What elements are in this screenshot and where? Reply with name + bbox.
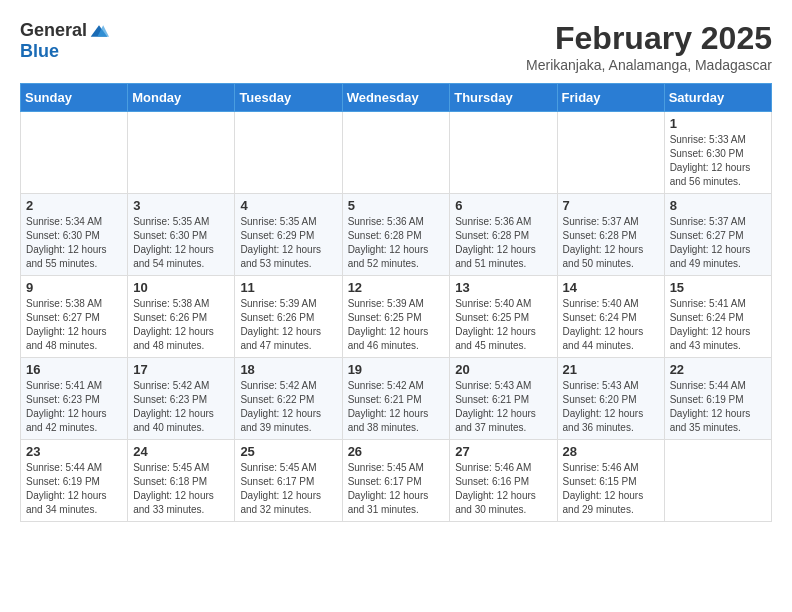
calendar-cell: 15Sunrise: 5:41 AM Sunset: 6:24 PM Dayli… (664, 276, 771, 358)
calendar-cell: 21Sunrise: 5:43 AM Sunset: 6:20 PM Dayli… (557, 358, 664, 440)
calendar-cell: 25Sunrise: 5:45 AM Sunset: 6:17 PM Dayli… (235, 440, 342, 522)
calendar-cell: 12Sunrise: 5:39 AM Sunset: 6:25 PM Dayli… (342, 276, 450, 358)
day-number: 6 (455, 198, 551, 213)
calendar-cell: 17Sunrise: 5:42 AM Sunset: 6:23 PM Dayli… (128, 358, 235, 440)
day-info: Sunrise: 5:38 AM Sunset: 6:27 PM Dayligh… (26, 297, 122, 353)
weekday-header-sunday: Sunday (21, 84, 128, 112)
day-info: Sunrise: 5:42 AM Sunset: 6:21 PM Dayligh… (348, 379, 445, 435)
calendar-cell: 14Sunrise: 5:40 AM Sunset: 6:24 PM Dayli… (557, 276, 664, 358)
calendar-week-3: 9Sunrise: 5:38 AM Sunset: 6:27 PM Daylig… (21, 276, 772, 358)
logo-general-text: General (20, 20, 87, 41)
day-info: Sunrise: 5:45 AM Sunset: 6:17 PM Dayligh… (240, 461, 336, 517)
calendar-cell: 27Sunrise: 5:46 AM Sunset: 6:16 PM Dayli… (450, 440, 557, 522)
calendar-header-row: SundayMondayTuesdayWednesdayThursdayFrid… (21, 84, 772, 112)
calendar-cell: 6Sunrise: 5:36 AM Sunset: 6:28 PM Daylig… (450, 194, 557, 276)
day-info: Sunrise: 5:43 AM Sunset: 6:20 PM Dayligh… (563, 379, 659, 435)
calendar-cell (21, 112, 128, 194)
header: General Blue February 2025 Merikanjaka, … (20, 20, 772, 73)
day-number: 20 (455, 362, 551, 377)
month-title: February 2025 (526, 20, 772, 57)
calendar-cell: 4Sunrise: 5:35 AM Sunset: 6:29 PM Daylig… (235, 194, 342, 276)
calendar-cell (664, 440, 771, 522)
weekday-header-thursday: Thursday (450, 84, 557, 112)
day-info: Sunrise: 5:46 AM Sunset: 6:16 PM Dayligh… (455, 461, 551, 517)
calendar-cell: 3Sunrise: 5:35 AM Sunset: 6:30 PM Daylig… (128, 194, 235, 276)
day-info: Sunrise: 5:44 AM Sunset: 6:19 PM Dayligh… (26, 461, 122, 517)
day-number: 1 (670, 116, 766, 131)
day-info: Sunrise: 5:40 AM Sunset: 6:24 PM Dayligh… (563, 297, 659, 353)
calendar-cell (128, 112, 235, 194)
weekday-header-saturday: Saturday (664, 84, 771, 112)
day-info: Sunrise: 5:33 AM Sunset: 6:30 PM Dayligh… (670, 133, 766, 189)
calendar-cell: 26Sunrise: 5:45 AM Sunset: 6:17 PM Dayli… (342, 440, 450, 522)
logo-blue-text: Blue (20, 41, 59, 62)
logo: General Blue (20, 20, 109, 62)
location-title: Merikanjaka, Analamanga, Madagascar (526, 57, 772, 73)
day-number: 8 (670, 198, 766, 213)
day-info: Sunrise: 5:45 AM Sunset: 6:18 PM Dayligh… (133, 461, 229, 517)
calendar-cell (557, 112, 664, 194)
day-number: 9 (26, 280, 122, 295)
title-area: February 2025 Merikanjaka, Analamanga, M… (526, 20, 772, 73)
weekday-header-tuesday: Tuesday (235, 84, 342, 112)
day-info: Sunrise: 5:37 AM Sunset: 6:28 PM Dayligh… (563, 215, 659, 271)
day-info: Sunrise: 5:45 AM Sunset: 6:17 PM Dayligh… (348, 461, 445, 517)
day-number: 12 (348, 280, 445, 295)
day-number: 11 (240, 280, 336, 295)
day-number: 18 (240, 362, 336, 377)
day-info: Sunrise: 5:36 AM Sunset: 6:28 PM Dayligh… (348, 215, 445, 271)
day-number: 15 (670, 280, 766, 295)
calendar-cell (342, 112, 450, 194)
calendar-cell: 7Sunrise: 5:37 AM Sunset: 6:28 PM Daylig… (557, 194, 664, 276)
day-number: 4 (240, 198, 336, 213)
day-info: Sunrise: 5:34 AM Sunset: 6:30 PM Dayligh… (26, 215, 122, 271)
calendar-cell: 1Sunrise: 5:33 AM Sunset: 6:30 PM Daylig… (664, 112, 771, 194)
calendar-week-4: 16Sunrise: 5:41 AM Sunset: 6:23 PM Dayli… (21, 358, 772, 440)
day-info: Sunrise: 5:41 AM Sunset: 6:24 PM Dayligh… (670, 297, 766, 353)
day-info: Sunrise: 5:36 AM Sunset: 6:28 PM Dayligh… (455, 215, 551, 271)
calendar-cell: 23Sunrise: 5:44 AM Sunset: 6:19 PM Dayli… (21, 440, 128, 522)
day-number: 2 (26, 198, 122, 213)
calendar-week-1: 1Sunrise: 5:33 AM Sunset: 6:30 PM Daylig… (21, 112, 772, 194)
calendar-cell: 8Sunrise: 5:37 AM Sunset: 6:27 PM Daylig… (664, 194, 771, 276)
calendar-cell: 16Sunrise: 5:41 AM Sunset: 6:23 PM Dayli… (21, 358, 128, 440)
logo-icon (89, 23, 109, 39)
day-number: 16 (26, 362, 122, 377)
day-info: Sunrise: 5:42 AM Sunset: 6:22 PM Dayligh… (240, 379, 336, 435)
day-info: Sunrise: 5:40 AM Sunset: 6:25 PM Dayligh… (455, 297, 551, 353)
day-number: 21 (563, 362, 659, 377)
day-number: 17 (133, 362, 229, 377)
day-info: Sunrise: 5:38 AM Sunset: 6:26 PM Dayligh… (133, 297, 229, 353)
day-number: 28 (563, 444, 659, 459)
day-number: 3 (133, 198, 229, 213)
calendar-cell: 19Sunrise: 5:42 AM Sunset: 6:21 PM Dayli… (342, 358, 450, 440)
day-info: Sunrise: 5:43 AM Sunset: 6:21 PM Dayligh… (455, 379, 551, 435)
calendar: SundayMondayTuesdayWednesdayThursdayFrid… (20, 83, 772, 522)
day-info: Sunrise: 5:35 AM Sunset: 6:29 PM Dayligh… (240, 215, 336, 271)
calendar-cell: 18Sunrise: 5:42 AM Sunset: 6:22 PM Dayli… (235, 358, 342, 440)
day-info: Sunrise: 5:44 AM Sunset: 6:19 PM Dayligh… (670, 379, 766, 435)
day-number: 14 (563, 280, 659, 295)
day-number: 10 (133, 280, 229, 295)
day-info: Sunrise: 5:41 AM Sunset: 6:23 PM Dayligh… (26, 379, 122, 435)
day-info: Sunrise: 5:39 AM Sunset: 6:25 PM Dayligh… (348, 297, 445, 353)
calendar-cell: 9Sunrise: 5:38 AM Sunset: 6:27 PM Daylig… (21, 276, 128, 358)
day-number: 7 (563, 198, 659, 213)
day-info: Sunrise: 5:46 AM Sunset: 6:15 PM Dayligh… (563, 461, 659, 517)
calendar-week-5: 23Sunrise: 5:44 AM Sunset: 6:19 PM Dayli… (21, 440, 772, 522)
day-number: 5 (348, 198, 445, 213)
day-number: 27 (455, 444, 551, 459)
calendar-week-2: 2Sunrise: 5:34 AM Sunset: 6:30 PM Daylig… (21, 194, 772, 276)
day-number: 19 (348, 362, 445, 377)
calendar-cell (450, 112, 557, 194)
weekday-header-friday: Friday (557, 84, 664, 112)
day-number: 23 (26, 444, 122, 459)
day-info: Sunrise: 5:35 AM Sunset: 6:30 PM Dayligh… (133, 215, 229, 271)
weekday-header-monday: Monday (128, 84, 235, 112)
calendar-cell: 11Sunrise: 5:39 AM Sunset: 6:26 PM Dayli… (235, 276, 342, 358)
calendar-cell (235, 112, 342, 194)
calendar-cell: 28Sunrise: 5:46 AM Sunset: 6:15 PM Dayli… (557, 440, 664, 522)
day-number: 25 (240, 444, 336, 459)
day-info: Sunrise: 5:42 AM Sunset: 6:23 PM Dayligh… (133, 379, 229, 435)
calendar-cell: 24Sunrise: 5:45 AM Sunset: 6:18 PM Dayli… (128, 440, 235, 522)
